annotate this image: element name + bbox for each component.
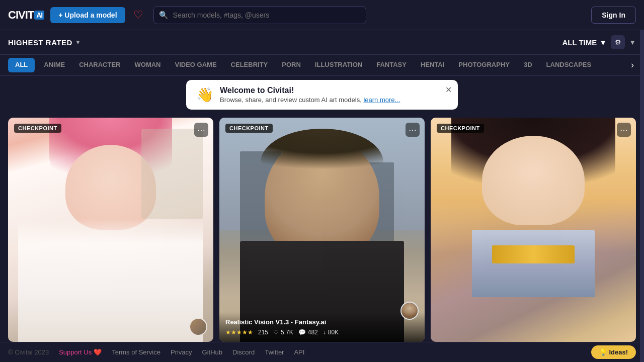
filter-arrow-icon: ▼	[629, 38, 636, 46]
ideas-button[interactable]: 💡 Ideas!	[591, 345, 636, 359]
filter-options-button[interactable]: ⚙	[611, 35, 625, 49]
tab-woman[interactable]: WOMAN	[128, 56, 168, 74]
time-filter[interactable]: ALL TIME ▼	[562, 38, 607, 47]
heart-icon[interactable]: ♡	[133, 9, 143, 22]
comments-count: 482	[308, 329, 318, 336]
downloads-stat: ↓ 80K	[323, 329, 339, 336]
download-icon: ↓	[323, 329, 326, 336]
banner-close-button[interactable]: ✕	[445, 85, 452, 95]
tabs-scroll-right-icon[interactable]: ›	[629, 55, 636, 75]
welcome-banner: 👋 Welcome to Civitai! Browse, share, and…	[186, 80, 458, 110]
upload-button[interactable]: + Upload a model	[50, 7, 125, 23]
support-label: Support Us	[59, 348, 92, 356]
tab-3d[interactable]: 3D	[517, 56, 539, 74]
time-label-text: ALL TIME	[562, 38, 597, 47]
wave-emoji: 👋	[196, 86, 214, 103]
likes-count: 5.7K	[281, 329, 293, 336]
support-us-link[interactable]: Support Us ❤️	[59, 348, 102, 356]
card-stats-2: ★★★★★ 215 ♡ 5.7K 💬 482 ↓ 80K	[225, 329, 419, 336]
likes-stat: ♡ 5.7K	[273, 329, 293, 336]
navbar: CIVITAI + Upload a model ♡ 🔍 Sign In	[0, 0, 644, 30]
logo-ai: AI	[34, 11, 44, 20]
tab-video-game[interactable]: VIDEO GAME	[168, 56, 224, 74]
tab-illustration[interactable]: ILLUSTRATION	[308, 56, 369, 74]
card-avatar-2	[400, 302, 419, 320]
discord-link[interactable]: Discord	[232, 348, 255, 356]
search-icon: 🔍	[159, 11, 169, 20]
terms-link[interactable]: Terms of Service	[112, 348, 160, 356]
model-grid: CHECKPOINT ⋯ CHECKPOINT ⋯ Realistic Visi…	[0, 112, 644, 348]
api-link[interactable]: API	[294, 348, 304, 356]
sort-label[interactable]: HIGHEST RATED ▼	[8, 38, 81, 47]
card-avatar-1	[189, 318, 207, 336]
banner-description: Browse, share, and review custom AI art …	[220, 96, 448, 104]
github-link[interactable]: GitHub	[202, 348, 222, 356]
logo[interactable]: CIVITAI	[8, 9, 44, 22]
card-menu-1[interactable]: ⋯	[194, 123, 208, 137]
signin-button[interactable]: Sign In	[591, 7, 636, 24]
banner-desc-text: Browse, share, and review custom AI art …	[220, 96, 362, 104]
banner-content: Welcome to Civitai! Browse, share, and r…	[220, 86, 448, 104]
checkpoint-badge-1: CHECKPOINT	[14, 124, 61, 133]
downloads-count: 80K	[328, 329, 339, 336]
card-title-2: Realistic Vision V1.3 - Fantasy.ai	[225, 318, 419, 326]
privacy-link[interactable]: Privacy	[171, 348, 192, 356]
model-card-3[interactable]: CHECKPOINT ⋯	[431, 118, 636, 342]
heart-emoji: ❤️	[94, 348, 102, 356]
comments-stat: 💬 482	[298, 329, 318, 336]
banner-learn-more-link[interactable]: learn more...	[363, 96, 400, 104]
tab-celebrity[interactable]: CELEBRITY	[224, 56, 275, 74]
copyright: © Civitai 2023	[8, 348, 49, 356]
scrollbar[interactable]	[640, 0, 644, 362]
card-overlay-2: Realistic Vision V1.3 - Fantasy.ai ★★★★★…	[219, 312, 425, 342]
search-container: 🔍	[153, 6, 366, 24]
tab-anime[interactable]: ANIME	[37, 56, 72, 74]
search-input[interactable]	[153, 6, 366, 24]
rating-count: 215	[258, 329, 268, 336]
welcome-banner-container: 👋 Welcome to Civitai! Browse, share, and…	[0, 76, 644, 112]
model-card-1[interactable]: CHECKPOINT ⋯	[8, 118, 213, 342]
tab-photography[interactable]: PHOTOGRAPHY	[451, 56, 517, 74]
logo-civit: CIVIT	[8, 9, 34, 22]
comment-icon: 💬	[298, 329, 306, 336]
checkpoint-badge-2: CHECKPOINT	[225, 124, 273, 133]
card-menu-2[interactable]: ⋯	[406, 123, 420, 137]
stars-icon: ★★★★★	[225, 329, 253, 336]
sort-chevron-icon: ▼	[75, 39, 81, 46]
tab-character[interactable]: CHARACTER	[72, 56, 127, 74]
card-menu-3[interactable]: ⋯	[617, 123, 631, 137]
model-card-2[interactable]: CHECKPOINT ⋯ Realistic Vision V1.3 - Fan…	[219, 118, 425, 342]
checkpoint-badge-3: CHECKPOINT	[437, 124, 484, 133]
sort-label-text: HIGHEST RATED	[8, 38, 72, 47]
tab-fantasy[interactable]: FANTASY	[369, 56, 414, 74]
time-filter-group: ALL TIME ▼ ⚙ ▼	[562, 35, 636, 49]
tab-landscapes[interactable]: LANDSCAPES	[539, 56, 599, 74]
time-chevron-icon: ▼	[599, 38, 607, 47]
sort-filter: HIGHEST RATED ▼	[8, 38, 81, 47]
twitter-link[interactable]: Twitter	[265, 348, 284, 356]
tab-porn[interactable]: PORN	[275, 56, 308, 74]
tab-hentai[interactable]: HENTAI	[414, 56, 451, 74]
tab-all[interactable]: ALL	[8, 58, 35, 72]
heart-stat-icon: ♡	[273, 329, 279, 336]
tabs-bar: ALL ANIME CHARACTER WOMAN VIDEO GAME CEL…	[0, 55, 644, 76]
banner-title: Welcome to Civitai!	[220, 86, 448, 95]
footer: © Civitai 2023 Support Us ❤️ Terms of Se…	[0, 342, 644, 362]
filter-bar: HIGHEST RATED ▼ ALL TIME ▼ ⚙ ▼	[0, 30, 644, 55]
